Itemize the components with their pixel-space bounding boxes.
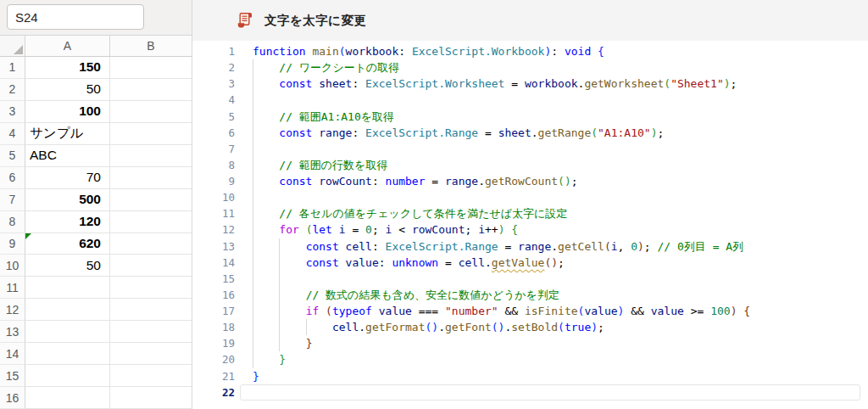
row-header[interactable]: 13 [0, 321, 25, 343]
sheet-row: 9620 [0, 233, 192, 255]
cell-b2[interactable] [110, 79, 192, 101]
indent-guide [279, 271, 280, 287]
code-line-2[interactable]: 2 // ワークシートの取得 [192, 59, 868, 76]
row-header[interactable]: 6 [0, 167, 25, 189]
code-line-8[interactable]: 8 // 範囲の行数を取得 [192, 157, 868, 173]
row-header[interactable]: 15 [0, 365, 25, 387]
code-line-20[interactable]: 20 } [192, 351, 868, 367]
column-header-a[interactable]: A [25, 36, 110, 56]
indent-guide [253, 205, 253, 221]
cell-a13[interactable] [25, 321, 110, 343]
indent-guide [253, 141, 253, 157]
row-header[interactable]: 5 [0, 145, 25, 167]
script-title: 文字を太字に変更 [264, 13, 367, 29]
indent-guide [253, 238, 253, 255]
code-line-5[interactable]: 5 // 範囲A1:A10を取得 [192, 109, 868, 125]
cell-b11[interactable] [110, 277, 192, 299]
row-header[interactable]: 8 [0, 211, 25, 233]
code-line-22[interactable]: 22 [192, 384, 868, 401]
code-line-4[interactable]: 4 [192, 92, 868, 108]
line-number: 2 [192, 59, 235, 76]
cell-value: 120 [79, 214, 101, 229]
cell-a3[interactable]: 100 [25, 101, 110, 123]
cell-a6[interactable]: 70 [25, 167, 110, 189]
code-line-19[interactable]: 19 } [192, 335, 868, 351]
cell-a1[interactable]: 150 [25, 57, 110, 79]
sheet-row: 3100 [0, 101, 192, 123]
row-header[interactable]: 12 [0, 299, 25, 321]
cell-a7[interactable]: 500 [25, 189, 110, 211]
row-header[interactable]: 4 [0, 123, 25, 145]
cell-a16[interactable] [25, 387, 110, 409]
indent-guide [306, 319, 307, 335]
sheet-row: 250 [0, 79, 192, 101]
cell-b6[interactable] [110, 167, 192, 189]
row-header[interactable]: 1 [0, 57, 25, 79]
cell-b4[interactable] [110, 123, 192, 145]
code-content: const cell: ExcelScript.Range = range.ge… [253, 238, 868, 255]
row-header[interactable]: 7 [0, 189, 25, 211]
office-script-icon [236, 11, 253, 30]
cell-a12[interactable] [25, 299, 110, 321]
code-line-7[interactable]: 7 [192, 141, 868, 157]
code-content: const value: unknown = cell.getValue(); [253, 255, 868, 271]
cell-b15[interactable] [110, 365, 192, 387]
row-header[interactable]: 10 [0, 255, 25, 277]
cell-a10[interactable]: 50 [25, 255, 110, 277]
code-line-18[interactable]: 18 cell.getFormat().getFont().setBold(tr… [192, 319, 868, 335]
select-all-triangle-icon [14, 45, 23, 54]
sheet-row: 15 [0, 365, 192, 387]
column-header-b[interactable]: B [110, 36, 192, 56]
indent-guide [279, 335, 280, 351]
cell-b8[interactable] [110, 211, 192, 233]
row-header[interactable]: 14 [0, 343, 25, 365]
cell-a2[interactable]: 50 [25, 79, 110, 101]
indent-guide [253, 76, 253, 92]
row-header[interactable]: 2 [0, 79, 25, 101]
cell-a14[interactable] [25, 343, 110, 365]
row-header[interactable]: 3 [0, 101, 25, 123]
code-line-17[interactable]: 17 if (typeof value === "number" && isFi… [192, 303, 868, 319]
cell-b1[interactable] [110, 57, 192, 79]
code-line-1[interactable]: 1function main(workbook: ExcelScript.Wor… [192, 43, 868, 59]
cell-a11[interactable] [25, 277, 110, 299]
code-line-3[interactable]: 3 const sheet: ExcelScript.Worksheet = w… [192, 76, 868, 92]
code-line-21[interactable]: 21} [192, 368, 868, 384]
code-line-11[interactable]: 11 // 各セルの値をチェックして条件を満たせば太字に設定 [192, 205, 868, 221]
line-number: 3 [192, 76, 235, 92]
code-line-15[interactable]: 15 [192, 271, 868, 287]
cell-a9[interactable]: 620 [25, 233, 110, 255]
cell-b3[interactable] [110, 101, 192, 123]
cell-b14[interactable] [110, 343, 192, 365]
code-editor[interactable]: 1function main(workbook: ExcelScript.Wor… [192, 41, 868, 409]
code-line-12[interactable]: 12 for (let i = 0; i < rowCount; i++) { [192, 221, 868, 238]
cell-a8[interactable]: 120 [25, 211, 110, 233]
code-line-9[interactable]: 9 const rowCount: number = range.getRowC… [192, 173, 868, 189]
row-header[interactable]: 16 [0, 387, 25, 409]
cell-b5[interactable] [110, 145, 192, 167]
row-header[interactable]: 9 [0, 233, 25, 255]
cell-b16[interactable] [110, 387, 192, 409]
code-line-16[interactable]: 16 // 数式の結果も含め、安全に数値かどうかを判定 [192, 287, 868, 303]
cell-b7[interactable] [110, 189, 192, 211]
cell-b13[interactable] [110, 321, 192, 343]
cell-b10[interactable] [110, 255, 192, 277]
select-all-corner[interactable] [0, 36, 25, 56]
cell-name-box[interactable] [7, 4, 144, 30]
cell-b9[interactable] [110, 233, 192, 255]
sheet-row: 1050 [0, 255, 192, 277]
code-line-14[interactable]: 14 const value: unknown = cell.getValue(… [192, 255, 868, 271]
code-line-13[interactable]: 13 const cell: ExcelScript.Range = range… [192, 238, 868, 255]
row-header[interactable]: 11 [0, 277, 25, 299]
cell-a5[interactable]: ABC [25, 145, 110, 167]
cell-a4[interactable]: サンプル [25, 123, 110, 145]
sheet-row: 4サンプル [0, 123, 192, 145]
code-line-6[interactable]: 6 const range: ExcelScript.Range = sheet… [192, 125, 868, 141]
code-line-10[interactable]: 10 [192, 189, 868, 205]
code-content: const rowCount: number = range.getRowCou… [253, 173, 868, 189]
line-number: 9 [192, 173, 235, 189]
cell-a15[interactable] [25, 365, 110, 387]
cell-b12[interactable] [110, 299, 192, 321]
sheet-row: 11 [0, 277, 192, 299]
code-content: function main(workbook: ExcelScript.Work… [253, 43, 868, 59]
